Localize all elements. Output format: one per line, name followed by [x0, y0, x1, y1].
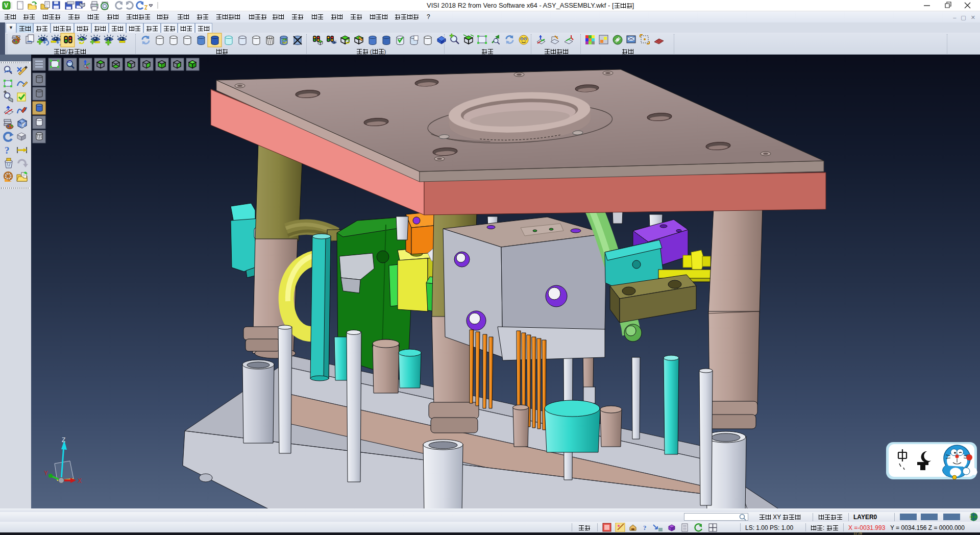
- svg-text:V: V: [4, 2, 8, 9]
- svg-text:X: X: [78, 477, 82, 484]
- svg-text:?: ?: [5, 145, 10, 156]
- svg-text:?: ?: [643, 524, 647, 531]
- svg-text:Y: Y: [44, 470, 48, 477]
- svg-text:Z: Z: [62, 436, 65, 444]
